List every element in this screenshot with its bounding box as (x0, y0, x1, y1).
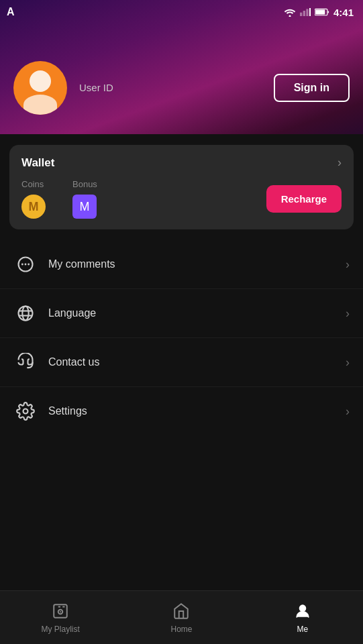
status-time: 4:41 (333, 7, 354, 18)
menu-item-settings[interactable]: Settings › (0, 387, 363, 435)
comments-chevron-icon: › (346, 258, 350, 272)
comments-label: My comments (48, 258, 346, 270)
svg-point-10 (28, 264, 30, 266)
settings-chevron-icon: › (346, 405, 350, 419)
bonus-section: Bonus M (72, 179, 266, 219)
nav-item-home[interactable]: Home (121, 595, 242, 641)
avatar-inner (13, 61, 67, 115)
language-icon (13, 301, 38, 325)
user-id-label: User ID (79, 82, 113, 93)
battery-icon (315, 7, 329, 17)
menu-item-language[interactable]: Language › (0, 289, 363, 338)
svg-rect-2 (303, 11, 305, 16)
playlist-nav-label: My Playlist (41, 625, 79, 634)
user-info: User ID (79, 82, 274, 94)
wallet-chevron-icon: › (338, 156, 342, 170)
svg-point-19 (299, 605, 305, 611)
coin-icon: M (21, 195, 46, 219)
svg-point-0 (289, 15, 291, 17)
contact-icon (13, 350, 38, 374)
nav-item-playlist[interactable]: My Playlist (0, 595, 121, 641)
signal-icon (300, 7, 311, 17)
menu-list: My comments › Language › (0, 240, 363, 435)
app-icon: A (7, 6, 15, 18)
wallet-title: Wallet (21, 156, 54, 170)
svg-point-8 (21, 264, 23, 266)
home-icon (172, 602, 191, 621)
profile-section: User ID Sign in (0, 24, 363, 145)
me-nav-label: Me (297, 625, 308, 634)
wallet-body: Coins M Bonus M Recharge (21, 179, 342, 219)
settings-icon (13, 399, 38, 423)
settings-label: Settings (48, 405, 346, 417)
avatar (13, 61, 67, 115)
menu-item-contact[interactable]: Contact us › (0, 338, 363, 387)
status-left: A (7, 6, 15, 18)
bonus-icon: M (72, 195, 97, 219)
coins-label: Coins (21, 179, 44, 189)
bonus-label: Bonus (72, 179, 97, 189)
language-label: Language (48, 307, 346, 319)
svg-rect-6 (315, 9, 325, 14)
svg-point-9 (25, 264, 27, 266)
wallet-card[interactable]: Wallet › Coins M Bonus M Recharge (9, 145, 354, 229)
avatar-head (30, 70, 51, 92)
wifi-icon (284, 7, 296, 17)
sign-in-button[interactable]: Sign in (274, 74, 350, 102)
status-bar: A 4:41 (0, 0, 363, 24)
main-content: Wallet › Coins M Bonus M Recharge (0, 134, 363, 590)
svg-point-18 (60, 611, 61, 612)
svg-rect-4 (309, 8, 311, 16)
contact-label: Contact us (48, 356, 346, 368)
svg-point-12 (22, 307, 28, 321)
svg-rect-1 (300, 13, 302, 16)
nav-item-me[interactable]: Me (242, 595, 363, 641)
playlist-icon (51, 602, 70, 621)
svg-rect-3 (306, 9, 308, 16)
wallet-header: Wallet › (21, 156, 342, 170)
me-icon (293, 602, 312, 621)
recharge-button[interactable]: Recharge (266, 185, 342, 213)
contact-chevron-icon: › (346, 356, 350, 370)
svg-point-11 (19, 307, 33, 321)
bottom-nav: My Playlist Home Me (0, 590, 363, 644)
menu-item-comments[interactable]: My comments › (0, 240, 363, 289)
comments-icon (13, 252, 38, 276)
avatar-body (23, 95, 57, 115)
status-right: 4:41 (284, 7, 354, 18)
language-chevron-icon: › (346, 307, 350, 321)
coin-section: Coins M (21, 179, 46, 219)
svg-point-15 (23, 409, 28, 414)
home-nav-label: Home (170, 625, 192, 634)
